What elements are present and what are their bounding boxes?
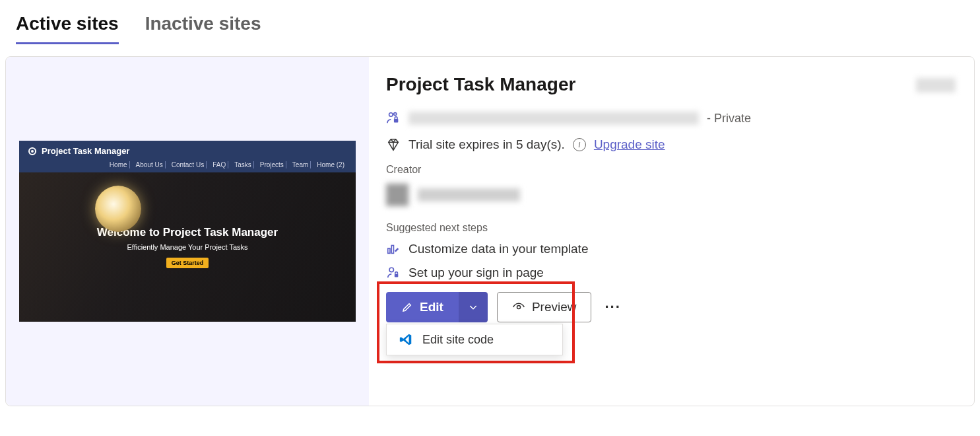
hero-get-started-button: Get Started: [166, 258, 209, 268]
suggested-signin[interactable]: Set up your sign in page: [386, 266, 957, 280]
hero-subtitle: Efficiently Manage Your Project Tasks: [127, 243, 247, 251]
nav-item: Home: [108, 161, 130, 168]
edit-split-button: Edit: [386, 292, 488, 322]
chevron-down-icon: [468, 302, 478, 312]
nav-item: About Us: [134, 161, 166, 168]
bullet-icon: [28, 147, 36, 155]
creator-row: [386, 184, 957, 206]
edit-button-label: Edit: [420, 300, 443, 314]
preview-button-label: Preview: [532, 300, 577, 314]
edit-site-code-label: Edit site code: [422, 333, 494, 347]
hero-light: [95, 186, 141, 232]
edit-site-code-item[interactable]: Edit site code: [387, 324, 562, 355]
creator-label: Creator: [386, 164, 957, 176]
creator-name-redacted: [418, 188, 520, 201]
thumbnail-header: Project Task Manager Home About Us Conta…: [19, 141, 356, 172]
site-title: Project Task Manager: [386, 74, 957, 95]
thumbnail-brand: Project Task Manager: [42, 146, 129, 156]
svg-rect-3: [388, 248, 390, 253]
bar-chart-pencil-icon: [386, 242, 401, 256]
nav-item: Projects: [258, 161, 286, 168]
preview-button[interactable]: Preview: [497, 292, 592, 322]
info-icon[interactable]: i: [573, 138, 586, 151]
edit-button[interactable]: Edit: [386, 292, 459, 322]
diamond-icon: [386, 137, 401, 152]
suggested-label: Suggested next steps: [386, 222, 957, 234]
nav-item: Home (2): [315, 161, 346, 168]
suggested-customize[interactable]: Customize data in your template: [386, 242, 957, 256]
edit-dropdown-menu: Edit site code: [386, 324, 563, 355]
action-bar: Edit Preview: [386, 292, 957, 322]
trial-row: Trial site expires in 5 day(s). i Upgrad…: [386, 137, 957, 152]
thumbnail-nav: Home About Us Contact Us FAQ Tasks Proje…: [28, 159, 346, 171]
svg-point-7: [517, 306, 520, 309]
person-lock-icon: [386, 266, 401, 280]
redacted-url: [408, 112, 699, 125]
people-lock-icon: [386, 111, 401, 126]
site-thumbnail[interactable]: Project Task Manager Home About Us Conta…: [19, 141, 356, 322]
svg-rect-2: [394, 119, 398, 123]
tab-active-sites[interactable]: Active sites: [16, 13, 119, 44]
tab-inactive-sites[interactable]: Inactive sites: [145, 13, 261, 44]
nav-item: Tasks: [232, 161, 254, 168]
svg-point-1: [394, 113, 397, 116]
nav-item: Team: [290, 161, 311, 168]
site-card: Project Task Manager Home About Us Conta…: [5, 56, 975, 406]
nav-item: FAQ: [211, 161, 228, 168]
eye-icon: [512, 301, 525, 314]
pencil-icon: [401, 301, 413, 313]
vscode-icon: [399, 332, 413, 347]
site-thumbnail-panel: Project Task Manager Home About Us Conta…: [6, 57, 369, 406]
suggested-signin-label: Set up your sign in page: [408, 266, 544, 280]
suggested-customize-label: Customize data in your template: [408, 242, 588, 256]
visibility-label: - Private: [707, 112, 751, 126]
svg-rect-4: [391, 246, 393, 254]
nav-item: Contact Us: [170, 161, 207, 168]
thumbnail-hero: Welcome to Project Task Manager Efficien…: [19, 172, 356, 322]
svg-point-5: [389, 268, 393, 272]
upgrade-site-link[interactable]: Upgrade site: [594, 137, 665, 152]
svg-rect-6: [395, 274, 399, 277]
site-tabs: Active sites Inactive sites: [0, 0, 980, 44]
visibility-row: - Private: [386, 111, 957, 126]
more-actions-button[interactable]: ···: [601, 299, 624, 316]
site-details-panel: Project Task Manager - Private: [369, 57, 974, 406]
redacted-badge: [916, 78, 956, 92]
trial-text: Trial site expires in 5 day(s).: [408, 137, 565, 152]
edit-dropdown-toggle[interactable]: [459, 292, 488, 322]
svg-point-0: [389, 113, 393, 117]
creator-avatar: [386, 184, 408, 206]
